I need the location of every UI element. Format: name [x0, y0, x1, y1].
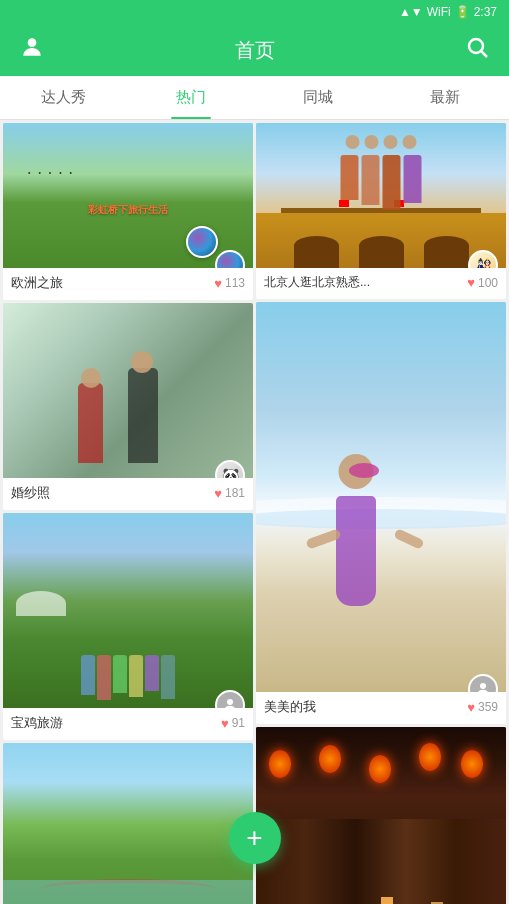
tab-bar: 达人秀 热门 同城 最新	[0, 76, 509, 120]
card-beijing-bottom: 北京人逛北京熟悉... ♥ 100	[264, 274, 498, 291]
search-icon[interactable]	[461, 35, 493, 65]
card-beach-title: 美美的我	[264, 698, 316, 716]
card-park[interactable]	[3, 743, 253, 904]
card-park-image	[3, 743, 253, 904]
card-europe-info: 欧洲之旅 ♥ 113	[3, 268, 253, 300]
card-europe[interactable]: • • • • • 彩虹桥下旅行生活 欧洲之旅 ♥ 113	[3, 123, 253, 300]
battery-icon: 🔋	[455, 5, 470, 19]
card-beijing-image: 🎎	[256, 123, 506, 268]
card-europe-image: • • • • • 彩虹桥下旅行生活	[3, 123, 253, 268]
tab-talent[interactable]: 达人秀	[0, 76, 127, 119]
card-beijing[interactable]: 🎎 北京人逛北京熟悉... ♥ 100	[256, 123, 506, 299]
card-europe-likes: ♥ 113	[214, 276, 245, 291]
tab-local[interactable]: 同城	[255, 76, 382, 119]
status-bar-right: ▲▼ WiFi 🔋 2:37	[399, 5, 497, 19]
card-wedding[interactable]: 🐼 婚纱照 ♥ 181	[3, 303, 253, 510]
heart-icon-beijing: ♥	[467, 275, 475, 290]
card-beach-bottom: 美美的我 ♥ 359	[264, 698, 498, 716]
page-title: 首页	[48, 37, 461, 64]
svg-point-1	[469, 39, 483, 53]
left-column: • • • • • 彩虹桥下旅行生活 欧洲之旅 ♥ 113	[3, 123, 253, 904]
content-grid: • • • • • 彩虹桥下旅行生活 欧洲之旅 ♥ 113	[0, 120, 509, 904]
card-baoji[interactable]: 宝鸡旅游 ♥ 91	[3, 513, 253, 740]
user-icon[interactable]	[16, 34, 48, 66]
add-button[interactable]: +	[229, 812, 281, 864]
status-bar: ▲▼ WiFi 🔋 2:37	[0, 0, 509, 24]
card-beach-image	[256, 302, 506, 692]
card-wedding-image: 🐼	[3, 303, 253, 478]
card-beijing-title: 北京人逛北京熟悉...	[264, 274, 370, 291]
tab-hot[interactable]: 热门	[127, 76, 254, 119]
signal-icon: ▲▼	[399, 5, 423, 19]
svg-point-4	[480, 683, 486, 689]
card-europe-title: 欧洲之旅	[11, 274, 63, 292]
svg-line-2	[482, 52, 488, 58]
card-wedding-bottom: 婚纱照 ♥ 181	[11, 484, 245, 502]
app-header: 首页	[0, 24, 509, 76]
card-baoji-likes: ♥ 91	[221, 716, 245, 731]
card-baoji-title: 宝鸡旅游	[11, 714, 63, 732]
heart-icon: ♥	[214, 276, 222, 291]
card-baoji-bottom: 宝鸡旅游 ♥ 91	[11, 714, 245, 732]
right-column: 🎎 北京人逛北京熟悉... ♥ 100	[256, 123, 506, 904]
card-beijing-info: 北京人逛北京熟悉... ♥ 100	[256, 268, 506, 299]
heart-icon-wedding: ♥	[214, 486, 222, 501]
card-night[interactable]	[256, 727, 506, 904]
tab-latest[interactable]: 最新	[382, 76, 509, 119]
card-baoji-info: 宝鸡旅游 ♥ 91	[3, 708, 253, 740]
card-beach-likes: ♥ 359	[467, 700, 498, 715]
card-wedding-title: 婚纱照	[11, 484, 50, 502]
wifi-icon: WiFi	[427, 5, 451, 19]
card-beijing-likes: ♥ 100	[467, 275, 498, 290]
card-europe-bottom: 欧洲之旅 ♥ 113	[11, 274, 245, 292]
card-wedding-info: 婚纱照 ♥ 181	[3, 478, 253, 510]
card-baoji-image	[3, 513, 253, 708]
svg-point-0	[28, 38, 37, 47]
heart-icon-baoji: ♥	[221, 716, 229, 731]
card-wedding-likes: ♥ 181	[214, 486, 245, 501]
card-beach[interactable]: 美美的我 ♥ 359	[256, 302, 506, 724]
time-display: 2:37	[474, 5, 497, 19]
card-beach-info: 美美的我 ♥ 359	[256, 692, 506, 724]
heart-icon-beach: ♥	[467, 700, 475, 715]
card-night-image	[256, 727, 506, 904]
svg-point-3	[227, 699, 233, 705]
